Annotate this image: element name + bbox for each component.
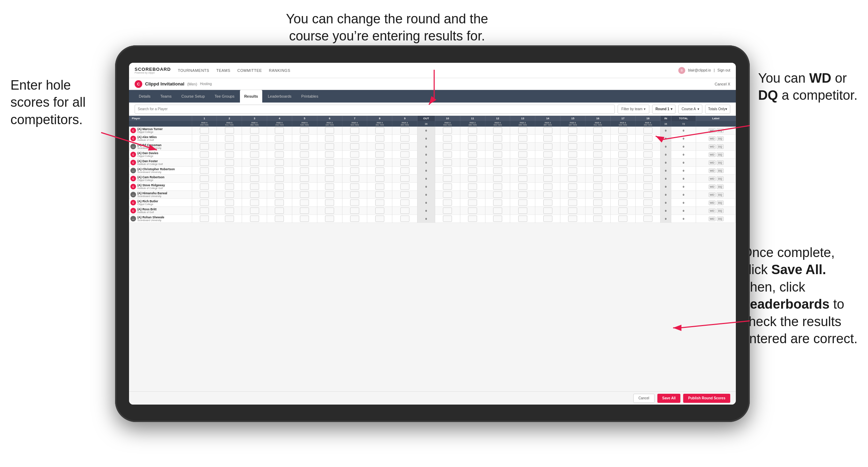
score-input-h1-p10[interactable]	[200, 208, 209, 214]
score-input-h11-p5[interactable]	[468, 167, 477, 174]
hole-6-input-row-9[interactable]	[317, 199, 342, 207]
score-input-h7-p9[interactable]	[350, 199, 359, 206]
score-input-h7-p11[interactable]	[350, 216, 359, 222]
score-input-h16-p2[interactable]	[593, 143, 602, 150]
tab-tee-groups[interactable]: Tee Groups	[210, 90, 239, 103]
hole-10-input-row-6[interactable]	[435, 175, 460, 183]
score-input-h14-p7[interactable]	[543, 183, 552, 190]
hole-13-input-row-11[interactable]	[510, 215, 535, 223]
score-input-h9-p0[interactable]	[400, 127, 409, 134]
score-input-h3-p9[interactable]	[250, 199, 259, 206]
score-input-h4-p0[interactable]	[275, 127, 284, 134]
hole-5-input-row-3[interactable]	[292, 151, 317, 159]
hole-16-input-row-9[interactable]	[585, 199, 610, 207]
score-input-h3-p0[interactable]	[250, 127, 259, 134]
score-input-h17-p5[interactable]	[618, 167, 627, 174]
hole-7-input-row-4[interactable]	[342, 159, 367, 167]
score-input-h16-p6[interactable]	[593, 175, 602, 182]
score-input-h10-p5[interactable]	[443, 167, 452, 174]
hole-11-input-row-5[interactable]	[460, 167, 485, 175]
hole-9-input-row-7[interactable]	[392, 183, 417, 191]
score-input-h1-p2[interactable]	[200, 143, 209, 150]
wd-button-row-5[interactable]: WD	[709, 168, 716, 173]
score-input-h5-p4[interactable]	[300, 159, 309, 166]
score-input-h3-p5[interactable]	[250, 167, 259, 174]
hole-5-input-row-10[interactable]	[292, 207, 317, 215]
hole-2-input-row-10[interactable]	[217, 207, 242, 215]
score-input-h10-p1[interactable]	[443, 135, 452, 142]
hole-6-input-row-4[interactable]	[317, 159, 342, 167]
score-input-h12-p9[interactable]	[493, 199, 502, 206]
hole-4-input-row-9[interactable]	[267, 199, 292, 207]
hole-3-input-row-10[interactable]	[242, 207, 267, 215]
hole-7-input-row-6[interactable]	[342, 175, 367, 183]
hole-13-input-row-10[interactable]	[510, 207, 535, 215]
score-input-h7-p7[interactable]	[350, 183, 359, 190]
score-input-h2-p3[interactable]	[225, 151, 234, 158]
hole-4-input-row-2[interactable]	[267, 143, 292, 151]
tab-details[interactable]: Details	[135, 90, 155, 103]
score-input-h13-p7[interactable]	[518, 183, 527, 190]
score-input-h18-p0[interactable]	[643, 127, 652, 134]
hole-14-input-row-1[interactable]	[535, 135, 560, 143]
hole-1-input-row-1[interactable]	[192, 135, 217, 143]
hole-7-input-row-9[interactable]	[342, 199, 367, 207]
hole-14-input-row-10[interactable]	[535, 207, 560, 215]
score-input-h18-p5[interactable]	[643, 167, 652, 174]
score-input-h11-p6[interactable]	[468, 175, 477, 182]
score-input-h13-p8[interactable]	[518, 191, 527, 198]
hole-5-input-row-8[interactable]	[292, 191, 317, 199]
hole-10-input-row-7[interactable]	[435, 183, 460, 191]
hole-1-input-row-6[interactable]	[192, 175, 217, 183]
score-input-h11-p4[interactable]	[468, 159, 477, 166]
score-input-h2-p6[interactable]	[225, 175, 234, 182]
score-input-h18-p10[interactable]	[643, 208, 652, 214]
hole-3-input-row-8[interactable]	[242, 191, 267, 199]
score-input-h10-p4[interactable]	[443, 159, 452, 166]
hole-16-input-row-11[interactable]	[585, 215, 610, 223]
dq-button-row-9[interactable]: DQ	[717, 201, 723, 205]
score-input-h8-p6[interactable]	[375, 175, 384, 182]
hole-3-input-row-7[interactable]	[242, 183, 267, 191]
hole-1-input-row-2[interactable]	[192, 143, 217, 151]
hole-8-input-row-7[interactable]	[367, 183, 392, 191]
score-input-h2-p11[interactable]	[225, 216, 234, 222]
course-selector[interactable]: Course A ▾	[678, 105, 702, 114]
score-input-h5-p6[interactable]	[300, 175, 309, 182]
hole-15-input-row-6[interactable]	[560, 175, 586, 183]
hole-3-input-row-9[interactable]	[242, 199, 267, 207]
score-input-h14-p0[interactable]	[543, 127, 552, 134]
score-input-h9-p1[interactable]	[400, 135, 409, 142]
hole-18-input-row-2[interactable]	[635, 143, 661, 151]
score-input-h13-p6[interactable]	[518, 175, 527, 182]
hole-7-input-row-7[interactable]	[342, 183, 367, 191]
tab-course-setup[interactable]: Course Setup	[177, 90, 209, 103]
hole-13-input-row-0[interactable]	[510, 127, 535, 135]
hole-18-input-row-1[interactable]	[635, 135, 661, 143]
hole-1-input-row-8[interactable]	[192, 191, 217, 199]
score-input-h4-p2[interactable]	[275, 143, 284, 150]
score-input-h4-p9[interactable]	[275, 199, 284, 206]
nav-tournaments[interactable]: TOURNAMENTS	[178, 68, 209, 73]
hole-7-input-row-10[interactable]	[342, 207, 367, 215]
hole-2-input-row-8[interactable]	[217, 191, 242, 199]
hole-14-input-row-3[interactable]	[535, 151, 560, 159]
score-input-h8-p9[interactable]	[375, 199, 384, 206]
hole-4-input-row-5[interactable]	[267, 167, 292, 175]
hole-2-input-row-6[interactable]	[217, 175, 242, 183]
score-input-h10-p2[interactable]	[443, 143, 452, 150]
filter-team-button[interactable]: Filter by team ▾	[618, 105, 650, 114]
hole-5-input-row-5[interactable]	[292, 167, 317, 175]
wd-button-row-1[interactable]: WD	[709, 136, 716, 141]
score-input-h10-p3[interactable]	[443, 151, 452, 158]
hole-16-input-row-4[interactable]	[585, 159, 610, 167]
wd-button-row-4[interactable]: WD	[709, 160, 716, 165]
hole-7-input-row-3[interactable]	[342, 151, 367, 159]
score-input-h5-p11[interactable]	[300, 216, 309, 222]
score-input-h2-p8[interactable]	[225, 191, 234, 198]
hole-8-input-row-3[interactable]	[367, 151, 392, 159]
score-input-h2-p0[interactable]	[225, 127, 234, 134]
cancel-button[interactable]: Cancel X	[715, 82, 730, 86]
hole-12-input-row-0[interactable]	[485, 127, 510, 135]
hole-13-input-row-8[interactable]	[510, 191, 535, 199]
